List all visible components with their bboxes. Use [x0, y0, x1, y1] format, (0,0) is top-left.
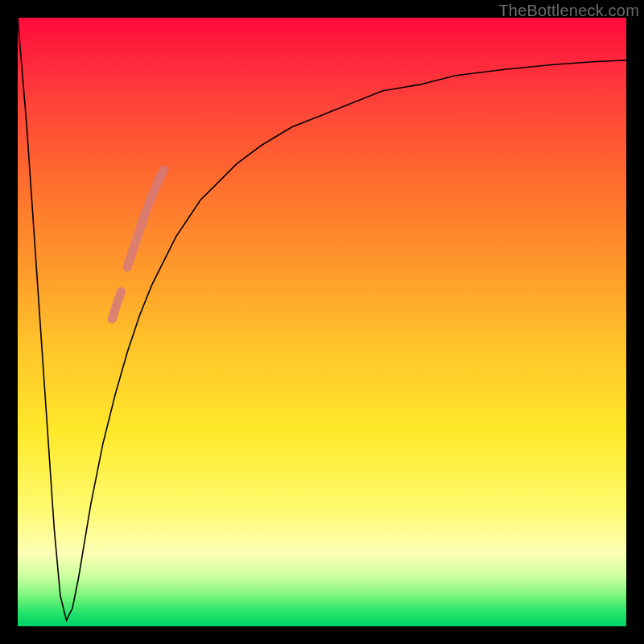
watermark-text: TheBottleneck.com [498, 2, 639, 20]
plot-background-gradient [18, 18, 626, 626]
chart-frame: TheBottleneck.com [0, 0, 644, 644]
